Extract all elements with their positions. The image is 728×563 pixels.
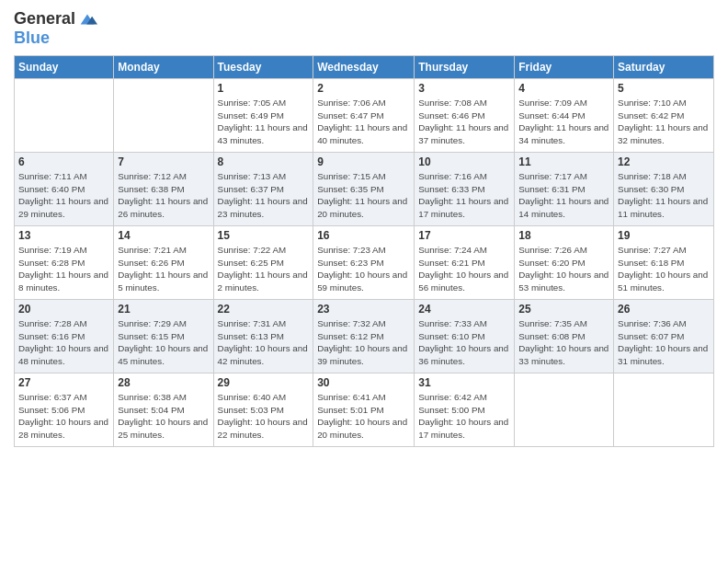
calendar-cell: 17Sunrise: 7:24 AMSunset: 6:21 PMDayligh… bbox=[415, 225, 515, 299]
calendar-cell: 13Sunrise: 7:19 AMSunset: 6:28 PMDayligh… bbox=[15, 225, 114, 299]
day-number: 28 bbox=[118, 376, 209, 389]
day-detail: Sunrise: 7:32 AMSunset: 6:12 PMDaylight:… bbox=[317, 317, 410, 368]
calendar-cell: 15Sunrise: 7:22 AMSunset: 6:25 PMDayligh… bbox=[213, 225, 313, 299]
calendar-cell: 23Sunrise: 7:32 AMSunset: 6:12 PMDayligh… bbox=[313, 299, 415, 373]
day-number: 8 bbox=[218, 155, 310, 168]
calendar-cell: 8Sunrise: 7:13 AMSunset: 6:37 PMDaylight… bbox=[213, 152, 313, 225]
day-number: 14 bbox=[118, 229, 209, 242]
calendar-cell: 10Sunrise: 7:16 AMSunset: 6:33 PMDayligh… bbox=[415, 152, 515, 225]
calendar-cell: 22Sunrise: 7:31 AMSunset: 6:13 PMDayligh… bbox=[213, 299, 313, 373]
calendar-cell: 1Sunrise: 7:05 AMSunset: 6:49 PMDaylight… bbox=[213, 78, 313, 152]
calendar-cell: 16Sunrise: 7:23 AMSunset: 6:23 PMDayligh… bbox=[313, 225, 415, 299]
calendar-cell: 30Sunrise: 6:41 AMSunset: 5:01 PMDayligh… bbox=[313, 373, 415, 446]
day-detail: Sunrise: 7:16 AMSunset: 6:33 PMDaylight:… bbox=[418, 170, 510, 221]
day-detail: Sunrise: 7:11 AMSunset: 6:40 PMDaylight:… bbox=[18, 170, 109, 221]
day-detail: Sunrise: 7:33 AMSunset: 6:10 PMDaylight:… bbox=[418, 317, 510, 368]
day-detail: Sunrise: 7:21 AMSunset: 6:26 PMDaylight:… bbox=[118, 244, 209, 294]
day-number: 11 bbox=[518, 155, 609, 168]
day-detail: Sunrise: 7:17 AMSunset: 6:31 PMDaylight:… bbox=[518, 170, 609, 221]
calendar-cell: 25Sunrise: 7:35 AMSunset: 6:08 PMDayligh… bbox=[515, 299, 614, 373]
day-detail: Sunrise: 6:40 AMSunset: 5:03 PMDaylight:… bbox=[218, 391, 310, 442]
day-number: 3 bbox=[418, 82, 510, 95]
day-number: 4 bbox=[518, 82, 609, 95]
day-number: 19 bbox=[618, 229, 710, 242]
calendar-cell: 31Sunrise: 6:42 AMSunset: 5:00 PMDayligh… bbox=[415, 373, 515, 446]
calendar-cell: 24Sunrise: 7:33 AMSunset: 6:10 PMDayligh… bbox=[415, 299, 515, 373]
day-number: 20 bbox=[18, 303, 109, 316]
day-number: 29 bbox=[218, 376, 310, 389]
day-number: 22 bbox=[218, 303, 310, 316]
day-detail: Sunrise: 7:05 AMSunset: 6:49 PMDaylight:… bbox=[218, 97, 310, 147]
calendar-cell: 3Sunrise: 7:08 AMSunset: 6:46 PMDaylight… bbox=[415, 78, 515, 152]
calendar-cell: 27Sunrise: 6:37 AMSunset: 5:06 PMDayligh… bbox=[15, 373, 114, 446]
day-detail: Sunrise: 7:22 AMSunset: 6:25 PMDaylight:… bbox=[218, 244, 310, 294]
day-number: 31 bbox=[418, 376, 510, 389]
day-number: 15 bbox=[218, 229, 310, 242]
day-detail: Sunrise: 7:18 AMSunset: 6:30 PMDaylight:… bbox=[618, 170, 710, 221]
day-number: 23 bbox=[317, 303, 410, 316]
day-number: 25 bbox=[518, 303, 609, 316]
calendar-cell: 2Sunrise: 7:06 AMSunset: 6:47 PMDaylight… bbox=[313, 78, 415, 152]
day-detail: Sunrise: 7:29 AMSunset: 6:15 PMDaylight:… bbox=[118, 317, 209, 368]
day-number: 26 bbox=[618, 303, 710, 316]
day-number: 13 bbox=[18, 229, 109, 242]
day-detail: Sunrise: 7:12 AMSunset: 6:38 PMDaylight:… bbox=[118, 170, 209, 221]
calendar-cell bbox=[515, 373, 614, 446]
day-number: 16 bbox=[317, 229, 410, 242]
day-number: 9 bbox=[317, 155, 410, 168]
weekday-header-row: SundayMondayTuesdayWednesdayThursdayFrid… bbox=[15, 55, 714, 78]
day-detail: Sunrise: 7:26 AMSunset: 6:20 PMDaylight:… bbox=[518, 244, 609, 294]
calendar-cell bbox=[614, 373, 714, 446]
day-detail: Sunrise: 7:35 AMSunset: 6:08 PMDaylight:… bbox=[518, 317, 609, 368]
day-number: 24 bbox=[418, 303, 510, 316]
day-number: 6 bbox=[18, 155, 109, 168]
weekday-header: Monday bbox=[114, 55, 213, 78]
day-detail: Sunrise: 7:10 AMSunset: 6:42 PMDaylight:… bbox=[618, 97, 710, 147]
calendar-cell: 28Sunrise: 6:38 AMSunset: 5:04 PMDayligh… bbox=[114, 373, 213, 446]
day-detail: Sunrise: 7:09 AMSunset: 6:44 PMDaylight:… bbox=[518, 97, 609, 147]
day-detail: Sunrise: 7:31 AMSunset: 6:13 PMDaylight:… bbox=[218, 317, 310, 368]
day-detail: Sunrise: 7:23 AMSunset: 6:23 PMDaylight:… bbox=[317, 244, 410, 294]
weekday-header: Thursday bbox=[415, 55, 515, 78]
calendar-cell: 5Sunrise: 7:10 AMSunset: 6:42 PMDaylight… bbox=[614, 78, 714, 152]
day-detail: Sunrise: 6:37 AMSunset: 5:06 PMDaylight:… bbox=[18, 391, 109, 442]
calendar-cell: 12Sunrise: 7:18 AMSunset: 6:30 PMDayligh… bbox=[614, 152, 714, 225]
logo-text: General bbox=[14, 10, 75, 29]
calendar-cell: 4Sunrise: 7:09 AMSunset: 6:44 PMDaylight… bbox=[515, 78, 614, 152]
calendar-week-row: 27Sunrise: 6:37 AMSunset: 5:06 PMDayligh… bbox=[15, 373, 714, 446]
calendar-cell: 14Sunrise: 7:21 AMSunset: 6:26 PMDayligh… bbox=[114, 225, 213, 299]
logo-subtext: Blue bbox=[14, 29, 97, 48]
day-number: 30 bbox=[317, 376, 410, 389]
calendar-cell: 11Sunrise: 7:17 AMSunset: 6:31 PMDayligh… bbox=[515, 152, 614, 225]
day-detail: Sunrise: 7:15 AMSunset: 6:35 PMDaylight:… bbox=[317, 170, 410, 221]
calendar-week-row: 6Sunrise: 7:11 AMSunset: 6:40 PMDaylight… bbox=[15, 152, 714, 225]
day-number: 2 bbox=[317, 82, 410, 95]
weekday-header: Sunday bbox=[15, 55, 114, 78]
calendar-cell: 19Sunrise: 7:27 AMSunset: 6:18 PMDayligh… bbox=[614, 225, 714, 299]
day-number: 7 bbox=[118, 155, 209, 168]
calendar-cell: 21Sunrise: 7:29 AMSunset: 6:15 PMDayligh… bbox=[114, 299, 213, 373]
day-number: 21 bbox=[118, 303, 209, 316]
calendar-week-row: 1Sunrise: 7:05 AMSunset: 6:49 PMDaylight… bbox=[15, 78, 714, 152]
weekday-header: Saturday bbox=[614, 55, 714, 78]
calendar-cell bbox=[114, 78, 213, 152]
calendar-cell: 29Sunrise: 6:40 AMSunset: 5:03 PMDayligh… bbox=[213, 373, 313, 446]
calendar-week-row: 20Sunrise: 7:28 AMSunset: 6:16 PMDayligh… bbox=[15, 299, 714, 373]
calendar-cell: 18Sunrise: 7:26 AMSunset: 6:20 PMDayligh… bbox=[515, 225, 614, 299]
day-detail: Sunrise: 6:42 AMSunset: 5:00 PMDaylight:… bbox=[418, 391, 510, 442]
day-detail: Sunrise: 7:13 AMSunset: 6:37 PMDaylight:… bbox=[218, 170, 310, 221]
page-header: General Blue bbox=[14, 9, 714, 48]
weekday-header: Friday bbox=[515, 55, 614, 78]
day-number: 18 bbox=[518, 229, 609, 242]
day-detail: Sunrise: 6:38 AMSunset: 5:04 PMDaylight:… bbox=[118, 391, 209, 442]
day-detail: Sunrise: 7:27 AMSunset: 6:18 PMDaylight:… bbox=[618, 244, 710, 294]
calendar-table: SundayMondayTuesdayWednesdayThursdayFrid… bbox=[14, 55, 714, 447]
calendar-cell: 7Sunrise: 7:12 AMSunset: 6:38 PMDaylight… bbox=[114, 152, 213, 225]
calendar-week-row: 13Sunrise: 7:19 AMSunset: 6:28 PMDayligh… bbox=[15, 225, 714, 299]
day-number: 12 bbox=[618, 155, 710, 168]
calendar-cell: 20Sunrise: 7:28 AMSunset: 6:16 PMDayligh… bbox=[15, 299, 114, 373]
day-number: 17 bbox=[418, 229, 510, 242]
day-detail: Sunrise: 7:28 AMSunset: 6:16 PMDaylight:… bbox=[18, 317, 109, 368]
weekday-header: Wednesday bbox=[313, 55, 415, 78]
calendar-cell: 26Sunrise: 7:36 AMSunset: 6:07 PMDayligh… bbox=[614, 299, 714, 373]
